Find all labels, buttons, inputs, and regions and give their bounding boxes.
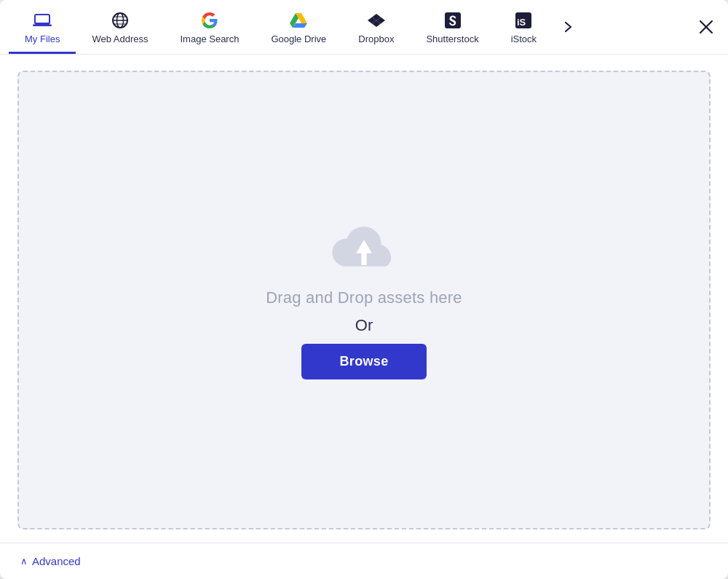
laptop-icon	[32, 10, 52, 31]
browse-button[interactable]: Browse	[301, 344, 426, 379]
tab-web-address[interactable]: Web Address	[76, 0, 164, 54]
drag-drop-text: Drag and Drop assets here	[266, 288, 462, 307]
tab-dropbox[interactable]: Dropbox	[342, 0, 410, 54]
tab-my-files-label: My Files	[25, 34, 60, 44]
chevron-up-icon: ∧	[20, 556, 28, 567]
tab-google-drive-label: Google Drive	[271, 34, 326, 44]
or-text: Or	[355, 316, 373, 335]
tab-google-drive[interactable]: Google Drive	[255, 0, 342, 54]
tab-dropbox-label: Dropbox	[358, 34, 394, 44]
advanced-label: Advanced	[32, 555, 81, 567]
close-button[interactable]	[695, 15, 718, 39]
tab-my-files[interactable]: My Files	[9, 0, 76, 54]
advanced-link[interactable]: ∧ Advanced	[20, 555, 81, 567]
tab-web-address-label: Web Address	[92, 34, 148, 44]
tab-shutterstock[interactable]: Shutterstock	[410, 0, 494, 54]
shutterstock-icon	[443, 10, 463, 31]
globe-icon	[110, 10, 130, 31]
drop-zone[interactable]: Drag and Drop assets here Or Browse	[17, 71, 711, 529]
tabs-bar: My Files Web Address	[0, 0, 728, 55]
tab-istock-label: iStock	[511, 34, 537, 44]
tab-istock[interactable]: iS iStock	[495, 0, 553, 54]
dropbox-icon	[366, 10, 387, 31]
tab-image-search[interactable]: Image Search	[164, 0, 255, 54]
upload-modal: My Files Web Address	[0, 0, 728, 579]
svg-rect-1	[35, 23, 50, 25]
more-tabs-button[interactable]	[555, 14, 582, 40]
tab-shutterstock-label: Shutterstock	[426, 34, 478, 44]
drop-zone-wrapper: Drag and Drop assets here Or Browse	[0, 55, 728, 543]
google-drive-icon	[288, 10, 309, 31]
tab-image-search-label: Image Search	[180, 34, 239, 44]
google-g-icon	[199, 10, 220, 31]
footer: ∧ Advanced	[0, 543, 728, 579]
upload-cloud-icon	[328, 221, 400, 280]
svg-rect-2	[33, 25, 52, 27]
svg-text:iS: iS	[517, 17, 526, 28]
istock-icon: iS	[513, 10, 534, 31]
